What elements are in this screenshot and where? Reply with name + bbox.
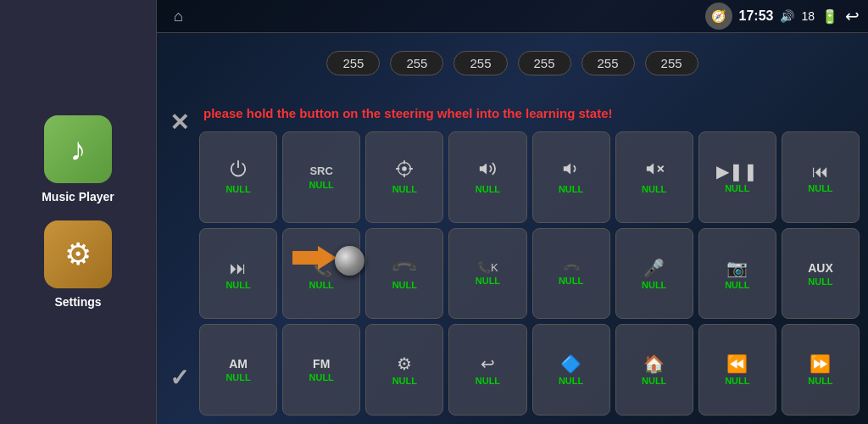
btn-phone-answer-label: NULL (309, 280, 334, 290)
btn-back-arrow-label: NULL (476, 376, 500, 386)
status-time: 17:53 (739, 8, 774, 24)
btn-vol-down-label: NULL (559, 184, 583, 194)
btn-mic[interactable]: 🎤 NULL (615, 228, 693, 320)
btn-rewind-label: NULL (725, 376, 749, 386)
home-icon: 🏠 (643, 354, 665, 374)
arrow-head (318, 246, 337, 270)
prev-icon: ⏮ (812, 161, 829, 181)
btn-fast-forward[interactable]: ⏩ NULL (782, 324, 860, 416)
bluetooth-icon: 🔷 (560, 354, 581, 374)
gps-icon (395, 159, 414, 182)
btn-next[interactable]: ⏭ NULL (199, 228, 277, 320)
btn-src[interactable]: SRC NULL (282, 131, 360, 223)
btn-phone-k[interactable]: 📞K NULL (448, 228, 526, 320)
btn-aux[interactable]: AUX NULL (782, 228, 860, 320)
btn-next-label: NULL (225, 280, 250, 290)
camera-icon: 📷 (726, 258, 748, 278)
btn-home-label: NULL (642, 376, 666, 386)
btn-vol-up-label: NULL (476, 184, 500, 194)
back-arrow-icon: ↩ (481, 354, 495, 374)
instruction-text: please hold the button on the steering w… (203, 106, 864, 120)
pill-4[interactable]: 255 (518, 51, 571, 75)
settings-icon-container: ⚙ (44, 220, 112, 288)
mic-icon: 🎤 (643, 258, 665, 278)
btn-home[interactable]: 🏠 NULL (615, 324, 693, 416)
music-player-label: Music Player (42, 190, 114, 204)
status-bar: ⌂ 🧭 17:53 🔊 18 🔋 ↩ (157, 0, 868, 32)
am-text: AM (229, 357, 248, 371)
btn-play-pause[interactable]: ▶❚❚ NULL (698, 131, 776, 223)
btn-camera-label: NULL (725, 280, 749, 290)
btn-fm-label: NULL (309, 372, 334, 382)
btn-mic-label: NULL (642, 280, 666, 290)
pill-5[interactable]: 255 (581, 51, 635, 75)
btn-play-pause-label: NULL (725, 183, 749, 193)
music-player-icon: ♪ (44, 115, 112, 183)
btn-phone-hang[interactable]: 📞 NULL (365, 228, 443, 320)
btn-back-arrow[interactable]: ↩ NULL (448, 324, 526, 416)
btn-am[interactable]: AM NULL (199, 324, 277, 416)
sidebar-item-music[interactable]: ♪ Music Player (42, 115, 114, 204)
btn-power-label: NULL (225, 184, 250, 194)
pill-3[interactable]: 255 (453, 51, 507, 75)
btn-settings-gear-label: NULL (392, 376, 417, 386)
btn-phone-end-k[interactable]: 📞 NULL (532, 228, 610, 320)
btn-am-label: NULL (225, 372, 250, 382)
button-row-2: ⏭ NULL 📞 NULL 📞 NULL 📞K NULL 📞 NULL (199, 228, 860, 320)
sidebar: ♪ Music Player ⚙ Settings (0, 0, 157, 424)
btn-phone-k-label: NULL (476, 276, 500, 286)
sidebar-item-settings[interactable]: ⚙ Settings (44, 220, 112, 309)
volume-icon: 🔊 (780, 9, 794, 23)
separator (157, 32, 868, 33)
play-pause-icon: ▶❚❚ (716, 161, 758, 181)
confirm-button[interactable]: ✓ (170, 364, 189, 392)
src-icon: SRC (309, 165, 332, 178)
btn-prev[interactable]: ⏮ NULL (782, 131, 860, 223)
mute-icon (645, 159, 664, 182)
btn-vol-up[interactable]: NULL (448, 131, 526, 223)
volume-level: 18 (801, 9, 815, 23)
btn-src-label: NULL (309, 180, 334, 190)
btn-prev-label: NULL (808, 183, 832, 193)
btn-mute-label: NULL (642, 184, 666, 194)
battery-icon: 🔋 (821, 8, 838, 25)
button-row-3: AM NULL FM NULL ⚙ NULL ↩ NULL 🔷 NULL (199, 324, 860, 416)
btn-mute[interactable]: NULL (615, 131, 693, 223)
pill-2[interactable]: 255 (390, 51, 443, 75)
rewind-icon: ⏪ (726, 354, 748, 374)
btn-gps-label: NULL (392, 184, 417, 194)
pill-1[interactable]: 255 (326, 51, 380, 75)
arrow-indicator (292, 246, 337, 270)
arrow-shaft (292, 251, 318, 265)
phone-k-icon: 📞K (477, 261, 498, 275)
btn-bluetooth[interactable]: 🔷 NULL (532, 324, 610, 416)
btn-power[interactable]: NULL (199, 131, 277, 223)
main-content: ⌂ 🧭 17:53 🔊 18 🔋 ↩ 255 255 255 255 255 2… (157, 0, 868, 424)
cancel-button[interactable]: ✕ (170, 109, 189, 137)
pill-6[interactable]: 255 (645, 51, 698, 75)
settings-label: Settings (54, 295, 101, 309)
vol-down-icon (562, 159, 581, 182)
btn-fast-forward-label: NULL (808, 376, 832, 386)
pills-row: 255 255 255 255 255 255 (157, 42, 868, 84)
fm-text: FM (313, 357, 330, 371)
svg-point-0 (403, 167, 408, 172)
btn-aux-label: NULL (808, 276, 832, 287)
back-icon[interactable]: ↩ (845, 6, 860, 26)
btn-fm[interactable]: FM NULL (282, 324, 360, 416)
power-icon (229, 159, 248, 182)
volume-knob[interactable] (335, 246, 364, 276)
home-status-icon: ⌂ (174, 8, 183, 25)
phone-end-k-icon: 📞 (561, 258, 580, 276)
btn-gps[interactable]: NULL (365, 131, 443, 223)
btn-camera[interactable]: 📷 NULL (698, 228, 776, 320)
btn-settings-gear[interactable]: ⚙ NULL (365, 324, 443, 416)
button-grid: NULL SRC NULL NULL NULL (199, 131, 860, 416)
btn-bluetooth-label: NULL (559, 376, 583, 386)
nav-icon[interactable]: 🧭 (705, 3, 732, 30)
phone-hang-icon: 📞 (390, 253, 420, 282)
settings-gear-icon: ⚙ (397, 354, 412, 374)
btn-vol-down[interactable]: NULL (532, 131, 610, 223)
fast-forward-icon: ⏩ (810, 354, 831, 374)
btn-rewind[interactable]: ⏪ NULL (698, 324, 776, 416)
